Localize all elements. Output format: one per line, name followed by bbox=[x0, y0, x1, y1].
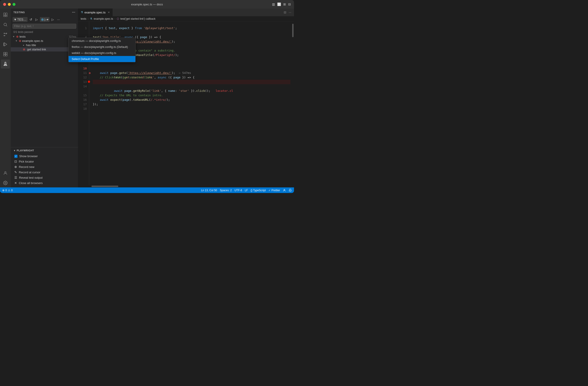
testing-more-button[interactable]: ··· bbox=[72, 10, 75, 14]
more-tab-actions-button[interactable]: ··· bbox=[288, 10, 292, 15]
playwright-section: ▼ PLAYWRIGHT ✓ Show browser ⊡ Pick locat… bbox=[11, 147, 78, 187]
editor-tabs: ⚗ example.spec.ts ✕ ⊟ ··· bbox=[78, 8, 294, 16]
pick-locator-icon: ⊡ bbox=[14, 160, 17, 163]
run-all-button[interactable]: ▷ bbox=[34, 17, 39, 22]
svg-rect-13 bbox=[4, 54, 5, 56]
status-language[interactable]: {} TypeScript bbox=[251, 189, 266, 192]
status-eol[interactable]: LF bbox=[245, 189, 248, 192]
debug-button[interactable]: ▷▾ bbox=[40, 17, 49, 22]
code-line: await expect(page).toHaveURL(/.*intro/); bbox=[93, 98, 290, 102]
more-layout-icon[interactable]: ⊟ bbox=[288, 2, 291, 6]
status-account[interactable] bbox=[283, 189, 286, 192]
cube-icon: ⬡ bbox=[117, 17, 119, 20]
pw-close-browsers[interactable]: ✕ Close all browsers bbox=[11, 180, 78, 186]
chevron-down-icon: ▼ bbox=[13, 35, 15, 38]
bc-symbol[interactable]: test('get started link') callback bbox=[120, 17, 155, 20]
status-spaces[interactable]: Spaces: 2 bbox=[220, 189, 232, 192]
svg-rect-2 bbox=[4, 16, 5, 17]
tree-item-get-started[interactable]: ⊗ get started link 727ms bbox=[11, 47, 78, 52]
playwright-title: PLAYWRIGHT bbox=[17, 149, 34, 152]
tree-item-has-title[interactable]: ● has title bbox=[11, 43, 78, 47]
activity-extensions[interactable] bbox=[1, 50, 10, 59]
minimize-button[interactable] bbox=[8, 3, 11, 6]
vertical-scrollbar[interactable] bbox=[292, 21, 294, 185]
tree-item-label: get started link bbox=[27, 48, 68, 51]
layout-icon[interactable]: ⊞ bbox=[283, 2, 286, 6]
pw-record-new[interactable]: ⊕ Record new bbox=[11, 164, 78, 170]
hscroll-thumb[interactable] bbox=[91, 186, 118, 187]
panel-toggle-icon[interactable]: ⬜ bbox=[277, 2, 281, 6]
horizontal-scrollbar[interactable] bbox=[78, 185, 294, 187]
status-notifications[interactable] bbox=[289, 189, 292, 192]
error-icon: ⊗ bbox=[2, 189, 4, 192]
tab-actions: ⊟ ··· bbox=[283, 10, 294, 15]
pw-show-browser-label: Show browser bbox=[19, 154, 38, 158]
tab-name: example.spec.ts bbox=[84, 11, 105, 14]
svg-rect-0 bbox=[4, 13, 5, 15]
dropdown-item-select-default[interactable]: Select Default Profile bbox=[78, 56, 135, 62]
activity-testing[interactable] bbox=[1, 59, 10, 69]
close-button[interactable] bbox=[3, 3, 6, 6]
pw-pick-locator[interactable]: ⊡ Pick locator bbox=[11, 159, 78, 164]
pw-show-browser[interactable]: ✓ Show browser bbox=[11, 154, 78, 159]
fail-icon: ⊗ bbox=[23, 48, 25, 51]
code-line: await page.goto('https://playwright.dev/… bbox=[93, 71, 290, 75]
sidebar: TESTING ··· ▼ TES… ↺ ▷ ▷▾ ▷ ··· 0/1 test… bbox=[11, 8, 78, 187]
activity-run[interactable] bbox=[1, 40, 10, 49]
show-browser-checkbox[interactable]: ✓ bbox=[14, 155, 18, 158]
window-title: example.spec.ts — docs bbox=[131, 3, 163, 6]
activity-bar bbox=[0, 8, 11, 187]
sidebar-toggle-icon[interactable]: ▥ bbox=[272, 2, 275, 6]
playwright-header[interactable]: ▼ PLAYWRIGHT bbox=[11, 147, 78, 154]
split-editor-button[interactable]: ⊟ bbox=[283, 10, 287, 15]
toolbar-label: TES… bbox=[17, 18, 26, 21]
status-encoding[interactable]: UTF-8 bbox=[234, 189, 242, 192]
dropdown-item-firefox[interactable]: firefox — docs/playwright.config.ts (Def… bbox=[78, 44, 135, 50]
svg-rect-3 bbox=[6, 16, 7, 17]
activity-account[interactable] bbox=[1, 169, 10, 177]
tree-item-tests[interactable]: ▼ ⊗ tests 727ms bbox=[11, 35, 78, 39]
svg-rect-1 bbox=[6, 13, 7, 15]
collapse-all-button[interactable]: ▼ TES… bbox=[13, 17, 28, 22]
chevron-icon: ▼ bbox=[14, 18, 17, 21]
status-errors[interactable]: ⊗ 0 ⚠ 0 bbox=[2, 189, 13, 192]
dropdown-item-chromium[interactable]: chromium — docs/playwright.config.ts bbox=[78, 38, 135, 44]
status-formatter[interactable]: ✓ Prettier bbox=[269, 189, 280, 192]
activity-files[interactable] bbox=[1, 10, 10, 19]
refresh-button[interactable]: ↺ bbox=[28, 17, 33, 22]
pw-reveal-output[interactable]: ☰ Reveal test output bbox=[11, 175, 78, 180]
bc-sep1: › bbox=[88, 17, 88, 20]
status-position[interactable]: Ln 13, Col 50 bbox=[201, 189, 217, 192]
tree-item-spec-file[interactable]: ▼ ⊗ example.spec.ts 727ms bbox=[11, 39, 78, 43]
scrollbar-thumb[interactable] bbox=[292, 24, 294, 37]
dropdown-item-webkit[interactable]: webkit — docs/playwright.config.ts bbox=[78, 50, 135, 56]
bc-file[interactable]: example.spec.ts bbox=[94, 17, 113, 20]
svg-point-4 bbox=[4, 23, 6, 26]
fail-icon: ⊗ bbox=[16, 35, 19, 38]
app-body: TESTING ··· ▼ TES… ↺ ▷ ▷▾ ▷ ··· 0/1 test… bbox=[0, 8, 294, 187]
activity-search[interactable] bbox=[1, 20, 10, 29]
pw-close-browsers-label: Close all browsers bbox=[19, 181, 42, 185]
more-actions-button[interactable]: ··· bbox=[56, 17, 61, 22]
filter-input[interactable] bbox=[13, 24, 76, 29]
code-line bbox=[93, 84, 290, 89]
code-line: await page.getByRole('link', { name: 'st… bbox=[93, 80, 290, 84]
encoding-label: UTF-8 bbox=[234, 189, 242, 192]
code-line: // Click the get started link. bbox=[93, 75, 290, 80]
bc-tests[interactable]: tests bbox=[81, 17, 86, 20]
watch-button[interactable]: ▷ bbox=[50, 17, 55, 22]
window-controls bbox=[3, 3, 16, 6]
breakpoint-dot bbox=[88, 81, 90, 83]
formatter-label: ✓ Prettier bbox=[269, 189, 280, 192]
close-browsers-icon: ✕ bbox=[14, 181, 17, 185]
code-line bbox=[93, 107, 290, 111]
activity-source-control[interactable] bbox=[1, 30, 10, 39]
pw-record-at-cursor[interactable]: ✎ Record at cursor bbox=[11, 170, 78, 175]
activity-settings[interactable] bbox=[1, 178, 10, 187]
tab-example-spec[interactable]: ⚗ example.spec.ts ✕ bbox=[78, 8, 113, 16]
testing-header: TESTING ··· bbox=[11, 8, 78, 16]
record-new-icon: ⊕ bbox=[14, 165, 17, 169]
tab-close-button[interactable]: ✕ bbox=[108, 11, 110, 14]
maximize-button[interactable] bbox=[13, 3, 16, 6]
tree-item-label: example.spec.ts bbox=[22, 39, 68, 42]
